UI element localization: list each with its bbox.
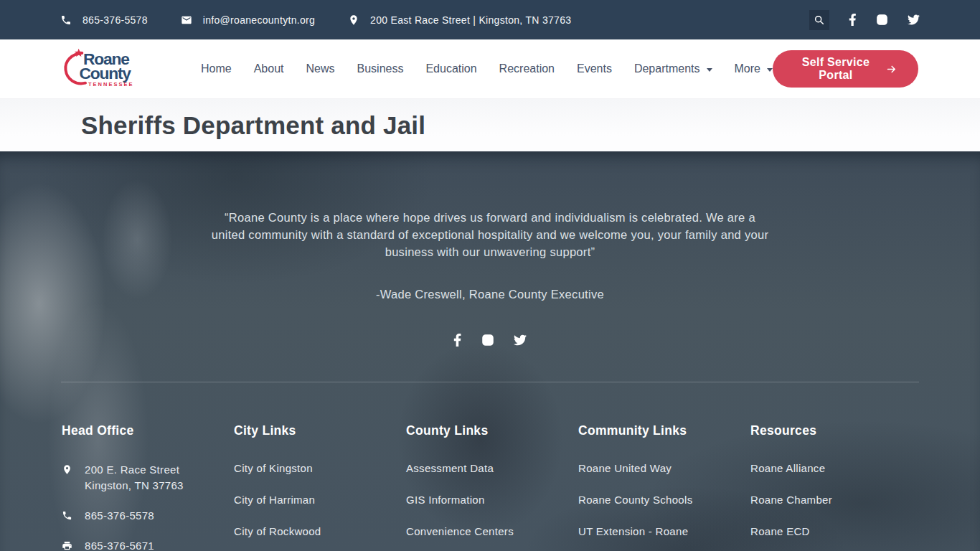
nav-label: More bbox=[735, 62, 760, 75]
facebook-icon bbox=[849, 14, 857, 26]
topbar: 865-376-5578 info@roanecountytn.org 200 … bbox=[0, 0, 980, 39]
footer-column-county-links: County Links Assessment Data GIS Informa… bbox=[406, 423, 578, 551]
instagram-icon bbox=[876, 14, 888, 26]
footer-link[interactable]: City of Harriman bbox=[234, 494, 406, 506]
phone-icon bbox=[60, 14, 72, 26]
topbar-email-label: info@roanecountytn.org bbox=[203, 14, 315, 26]
footer-column-resources: Resources Roane Alliance Roane Chamber R… bbox=[750, 423, 923, 551]
navbar: Roane County TENNESSEE Home About News B… bbox=[0, 39, 980, 99]
facebook-icon bbox=[453, 334, 461, 347]
phone-icon bbox=[62, 510, 72, 521]
facebook-link[interactable] bbox=[849, 14, 857, 26]
nav-label: Education bbox=[425, 62, 476, 75]
footer-column-title: County Links bbox=[406, 423, 578, 438]
footer-link[interactable]: Convenience Centers bbox=[406, 525, 578, 537]
nav-label: Departments bbox=[634, 62, 700, 75]
footer-column-title: Community Links bbox=[578, 423, 750, 438]
nav-label: Home bbox=[201, 62, 232, 75]
footer-link[interactable]: GIS Information bbox=[406, 494, 578, 506]
topbar-address-label: 200 East Race Street | Kingston, TN 3776… bbox=[370, 14, 571, 26]
footer-column-title: Head Office bbox=[62, 423, 234, 438]
footer-link[interactable]: City of Kingston bbox=[234, 462, 406, 474]
page: 865-376-5578 info@roanecountytn.org 200 … bbox=[0, 0, 980, 551]
facebook-link[interactable] bbox=[453, 334, 461, 347]
topbar-phone-label: 865-376-5578 bbox=[83, 14, 148, 26]
search-button[interactable] bbox=[809, 10, 829, 30]
footer-link[interactable]: Roane County Schools bbox=[578, 494, 750, 506]
footer-link[interactable]: Roane Chamber bbox=[750, 494, 923, 506]
footer-column-head-office: Head Office 200 E. Race StreetKingston, … bbox=[62, 423, 234, 551]
hero-social-group bbox=[0, 334, 980, 347]
footer-fax[interactable]: 865-376-5671 bbox=[62, 538, 234, 551]
footer-link[interactable]: UT Extension - Roane bbox=[578, 525, 750, 537]
nav-item-home[interactable]: Home bbox=[201, 62, 232, 75]
location-pin-icon bbox=[62, 464, 72, 475]
twitter-icon bbox=[514, 334, 527, 347]
address-line2: Kingston, TN 37763 bbox=[85, 479, 184, 491]
nav-item-events[interactable]: Events bbox=[577, 62, 612, 75]
topbar-email[interactable]: info@roanecountytn.org bbox=[181, 14, 315, 26]
footer-column-title: City Links bbox=[234, 423, 406, 438]
portal-button-label: Self Service Portal bbox=[794, 56, 877, 82]
nav-label: Events bbox=[577, 62, 612, 75]
page-title: Sheriffs Department and Jail bbox=[81, 111, 425, 140]
footer-link[interactable]: Roane United Way bbox=[578, 462, 750, 474]
location-pin-icon bbox=[348, 14, 359, 26]
footer-address-text: 200 E. Race StreetKingston, TN 37763 bbox=[85, 462, 184, 494]
nav-label: About bbox=[254, 62, 284, 75]
self-service-portal-button[interactable]: Self Service Portal bbox=[773, 50, 918, 88]
instagram-link[interactable] bbox=[481, 334, 494, 347]
title-section: Sheriffs Department and Jail bbox=[0, 99, 980, 151]
logo-text-county: County bbox=[79, 64, 131, 83]
footer: Head Office 200 E. Race StreetKingston, … bbox=[0, 382, 980, 551]
footer-column-title: Resources bbox=[750, 423, 923, 438]
topbar-address[interactable]: 200 East Race Street | Kingston, TN 3776… bbox=[348, 14, 571, 26]
instagram-icon bbox=[481, 334, 494, 347]
nav-item-more[interactable]: More bbox=[735, 62, 773, 75]
nav-item-news[interactable]: News bbox=[306, 62, 335, 75]
twitter-icon bbox=[908, 14, 920, 26]
quote-attribution: -Wade Creswell, Roane County Executive bbox=[210, 288, 770, 301]
footer-link[interactable]: Roane ECD bbox=[750, 525, 923, 537]
footer-link[interactable]: City of Rockwood bbox=[234, 525, 406, 537]
footer-column-city-links: City Links City of Kingston City of Harr… bbox=[234, 423, 406, 551]
footer-link[interactable]: Roane Alliance bbox=[750, 462, 923, 474]
nav-item-about[interactable]: About bbox=[254, 62, 284, 75]
nav-item-business[interactable]: Business bbox=[357, 62, 404, 75]
chevron-down-icon bbox=[707, 68, 712, 72]
nav-item-recreation[interactable]: Recreation bbox=[499, 62, 555, 75]
envelope-icon bbox=[181, 14, 192, 26]
topbar-social-group bbox=[809, 10, 920, 30]
main-nav: Home About News Business Education Recre… bbox=[201, 62, 773, 75]
nav-label: Business bbox=[357, 62, 404, 75]
arrow-right-icon bbox=[886, 62, 897, 76]
chevron-down-icon bbox=[767, 68, 773, 72]
roane-county-logo[interactable]: Roane County TENNESSEE bbox=[62, 47, 146, 90]
quote-block: “Roane County is a place where hope driv… bbox=[210, 151, 770, 301]
footer-fax-label: 865-376-5671 bbox=[85, 538, 154, 551]
nav-item-departments[interactable]: Departments bbox=[634, 62, 712, 75]
hero-quote: “Roane County is a place where hope driv… bbox=[210, 209, 770, 260]
nav-label: Recreation bbox=[499, 62, 555, 75]
twitter-link[interactable] bbox=[908, 14, 920, 26]
nav-label: News bbox=[306, 62, 335, 75]
address-line1: 200 E. Race Street bbox=[85, 463, 179, 476]
footer-address[interactable]: 200 E. Race StreetKingston, TN 37763 bbox=[62, 462, 234, 494]
footer-phone[interactable]: 865-376-5578 bbox=[62, 508, 234, 524]
instagram-link[interactable] bbox=[876, 14, 888, 26]
twitter-link[interactable] bbox=[514, 334, 527, 347]
nav-item-education[interactable]: Education bbox=[425, 62, 476, 75]
hero-section: “Roane County is a place where hope driv… bbox=[0, 151, 980, 551]
topbar-phone[interactable]: 865-376-5578 bbox=[60, 14, 148, 26]
search-icon bbox=[814, 14, 825, 26]
footer-link[interactable]: Assessment Data bbox=[406, 462, 578, 474]
footer-phone-label: 865-376-5578 bbox=[85, 508, 154, 524]
footer-column-community-links: Community Links Roane United Way Roane C… bbox=[578, 423, 750, 551]
logo-text-tennessee: TENNESSEE bbox=[88, 81, 134, 88]
fax-icon bbox=[62, 540, 72, 551]
